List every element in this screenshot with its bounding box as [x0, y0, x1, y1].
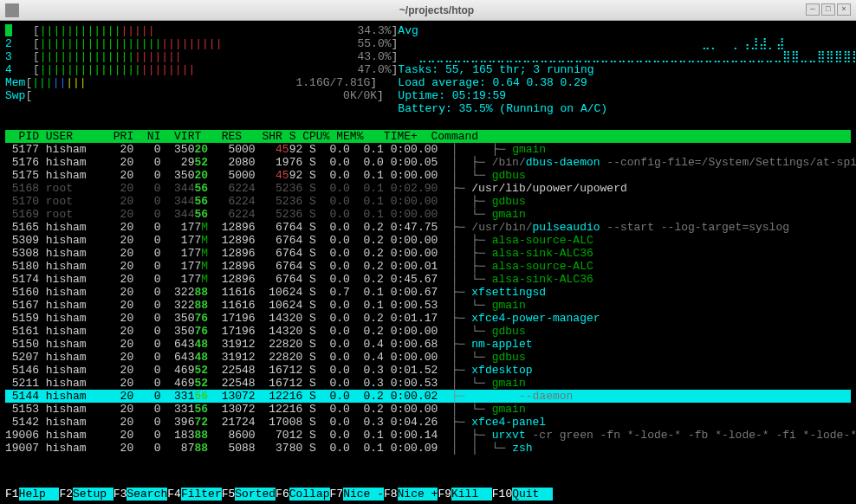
process-row[interactable]: 5144 hisham 20 0 33156 13072 12216 S 0.0…: [5, 390, 851, 403]
fn-key[interactable]: F1: [5, 488, 19, 501]
meters-section: 1[||||||||||||||||| 34.3%] 2[|||||||||||…: [5, 24, 851, 115]
titlebar[interactable]: ~/projects/htop ‒ □ ×: [0, 0, 856, 21]
cursor: [5, 24, 12, 36]
load-line: Load average: 0.64 0.38 0.29: [398, 76, 856, 89]
maximize-button[interactable]: □: [821, 3, 835, 16]
process-row[interactable]: 5207 hisham 20 0 64348 31912 22820 S 0.0…: [5, 351, 851, 364]
process-row[interactable]: 5153 hisham 20 0 33156 13072 12216 S 0.0…: [5, 403, 851, 416]
process-row[interactable]: 5211 hisham 20 0 46952 22548 16712 S 0.0…: [5, 377, 851, 390]
process-row[interactable]: 5308 hisham 20 0 177M 12896 6764 S 0.0 0…: [5, 247, 851, 260]
fn-label[interactable]: Nice -: [343, 488, 384, 501]
minimize-button[interactable]: ‒: [806, 3, 820, 16]
cpu-meter-1: 1[||||||||||||||||| 34.3%]: [5, 24, 398, 37]
process-row[interactable]: 19007 hisham 20 0 8788 5088 3780 S 0.0 0…: [5, 442, 851, 455]
fn-key[interactable]: F7: [330, 488, 344, 501]
uptime-line: Uptime: 05:19:59: [398, 89, 856, 102]
fn-key[interactable]: F5: [222, 488, 236, 501]
function-key-bar: F1Help F2Setup F3SearchF4FilterF5SortedF…: [5, 488, 851, 501]
fn-label[interactable]: Search: [126, 488, 167, 501]
cpu-meter-4: 4[||||||||||||||||||||||| 47.0%]: [5, 63, 398, 76]
cpu-meter-3: 3[||||||||||||||||||||| 43.0%]: [5, 50, 398, 63]
window-buttons: ‒ □ ×: [806, 3, 851, 16]
fn-key[interactable]: F9: [438, 488, 451, 501]
fn-label[interactable]: Setup: [73, 488, 113, 501]
window: ~/projects/htop ‒ □ × 1[||||||||||||||||…: [0, 0, 856, 504]
process-row[interactable]: 5159 hisham 20 0 35076 17196 14320 S 0.0…: [5, 312, 851, 325]
process-row[interactable]: 5309 hisham 20 0 177M 12896 6764 S 0.0 0…: [5, 234, 851, 247]
process-row[interactable]: 5146 hisham 20 0 46952 22548 16712 S 0.0…: [5, 364, 851, 377]
fn-key[interactable]: F2: [59, 488, 73, 501]
process-row[interactable]: 5167 hisham 20 0 32288 11616 10624 S 0.0…: [5, 299, 851, 312]
fn-label[interactable]: Kill: [451, 488, 492, 501]
terminal[interactable]: 1[||||||||||||||||| 34.3%] 2[|||||||||||…: [0, 21, 856, 504]
fn-key[interactable]: F6: [276, 488, 289, 501]
process-list[interactable]: 5177 hisham 20 0 35020 5000 4592 S 0.0 0…: [5, 143, 851, 455]
process-row[interactable]: 5142 hisham 20 0 39672 21724 17008 S 0.0…: [5, 416, 851, 429]
meters-left: 1[||||||||||||||||| 34.3%] 2[|||||||||||…: [5, 24, 398, 115]
fn-label[interactable]: Quit: [512, 488, 553, 501]
process-row[interactable]: 5160 hisham 20 0 32288 11616 10624 S 0.7…: [5, 286, 851, 299]
process-row[interactable]: 5161 hisham 20 0 35076 17196 14320 S 0.0…: [5, 325, 851, 338]
process-row[interactable]: 5180 hisham 20 0 177M 12896 6764 S 0.0 0…: [5, 260, 851, 273]
fn-key[interactable]: F4: [167, 488, 181, 501]
fn-label[interactable]: Help: [19, 488, 60, 501]
graph-row-1: ⣀⡀ ⡀⢠⣸⣼⡀⣼: [398, 37, 856, 50]
fn-key[interactable]: F10: [492, 488, 512, 501]
process-row[interactable]: 5174 hisham 20 0 177M 12896 6764 S 0.0 0…: [5, 273, 851, 286]
process-row[interactable]: 5176 hisham 20 0 2952 2080 1976 S 0.0 0.…: [5, 156, 851, 169]
close-button[interactable]: ×: [837, 3, 851, 16]
app-icon: [5, 3, 19, 17]
tasks-line: Tasks: 55, 165 thr; 3 running: [398, 63, 856, 76]
cpu-meter-2: 2[||||||||||||||||||||||||||| 55.0%]: [5, 37, 398, 50]
process-row[interactable]: 5169 root 20 0 34456 6224 5236 S 0.0 0.1…: [5, 208, 851, 221]
fn-label[interactable]: Sorted: [235, 488, 276, 501]
avg-label: Avg: [398, 24, 418, 37]
battery-line: Battery: 35.5% (Running on A/C): [398, 102, 856, 115]
process-row[interactable]: 5177 hisham 20 0 35020 5000 4592 S 0.0 0…: [5, 143, 851, 156]
swp-meter: Swp[ 0K/0K]: [5, 89, 398, 102]
process-row[interactable]: 5168 root 20 0 34456 6224 5236 S 0.0 0.1…: [5, 182, 851, 195]
process-row[interactable]: 5170 root 20 0 34456 6224 5236 S 0.0 0.1…: [5, 195, 851, 208]
fn-key[interactable]: F8: [384, 488, 398, 501]
window-title: ~/projects/htop: [23, 4, 851, 16]
meters-right: Avg ⣀⡀ ⡀⢠⣸⣼⡀⣼ ⣀⣀⣀⣀⣀⣀⣀⣀⣀⣀⣀⣀⣀⣀⣀⣀⣀⣀⣀⣀⣀⣀⣀⣀⣀⣀…: [398, 24, 856, 115]
process-row[interactable]: 5175 hisham 20 0 35020 5000 4592 S 0.0 0…: [5, 169, 851, 182]
fn-label[interactable]: Nice +: [398, 488, 438, 501]
process-row[interactable]: 5165 hisham 20 0 177M 12896 6764 S 0.0 0…: [5, 221, 851, 234]
process-row[interactable]: 5150 hisham 20 0 64348 31912 22820 S 0.0…: [5, 338, 851, 351]
fn-key[interactable]: F3: [113, 488, 127, 501]
process-header[interactable]: PID USER PRI NI VIRT RES SHR S CPU% MEM%…: [5, 130, 851, 143]
graph-row-2: ⣀⣀⣀⣀⣀⣀⣀⣀⣀⣀⣀⣀⣀⣀⣀⣀⣀⣀⣀⣀⣀⣀⣀⣀⣀⣀⣀⣀⣀⣀⣀⣀⣀⣀⣀⣀⣀⣀⣀⣀…: [398, 50, 856, 63]
process-row[interactable]: 19006 hisham 20 0 18388 8600 7012 S 0.0 …: [5, 429, 851, 442]
mem-meter: Mem[|||||||| 1.16G/7.81G]: [5, 76, 398, 89]
fn-label[interactable]: Filter: [181, 488, 222, 501]
fn-label[interactable]: Collap: [289, 488, 330, 501]
